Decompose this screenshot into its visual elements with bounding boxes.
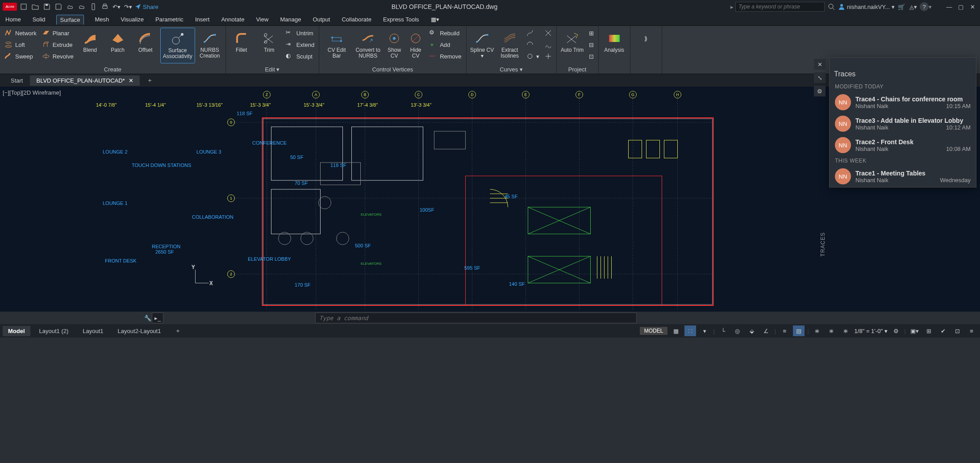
quickprops-icon[interactable]: ✔ — [937, 325, 949, 336]
fillet-button[interactable]: Fillet — [229, 28, 254, 63]
menu-express[interactable]: Express Tools — [382, 14, 420, 25]
panel-curves-label[interactable]: Curves ▾ — [469, 65, 554, 74]
tab-close-icon[interactable]: ✕ — [129, 77, 133, 84]
spline-cv-button[interactable]: Spline CV ▾ — [469, 28, 495, 63]
layout-2[interactable]: Layout1 — [77, 326, 108, 336]
autodesk-icon[interactable]: ◬▾ — [908, 2, 918, 12]
save-icon[interactable] — [42, 2, 52, 12]
close-icon[interactable]: ✕ — [967, 2, 977, 12]
menu-visualize[interactable]: Visualize — [120, 14, 145, 25]
extrude-button[interactable]: Extrude — [40, 39, 75, 50]
show-cv-button[interactable]: Show CV — [384, 28, 404, 63]
loft-button[interactable]: Loft — [3, 39, 38, 50]
lineweight-icon[interactable]: ≡ — [779, 325, 790, 336]
layout-add-icon[interactable]: ＋ — [170, 325, 186, 337]
trace-item[interactable]: NN Trace2 - Front Desk Nishant Naik 10:0… — [830, 134, 976, 156]
network-button[interactable]: Network — [3, 28, 38, 38]
menu-annotate[interactable]: Annotate — [220, 14, 245, 25]
grid-icon[interactable]: ▦ — [670, 325, 682, 336]
isolate-icon[interactable]: ⊡ — [951, 325, 963, 336]
isodraft-icon[interactable]: ⬙ — [746, 325, 758, 336]
trace-item[interactable]: NN Trace3 - Add table in Elevator Lobby … — [830, 113, 976, 134]
units-icon[interactable]: ⊞ — [923, 325, 934, 336]
featured-apps-icon[interactable]: ▦▾ — [430, 14, 440, 25]
proj-t3-icon[interactable]: ⊡ — [587, 51, 596, 62]
panel-edit-label[interactable]: Edit ▾ — [229, 65, 316, 74]
cmd-prompt-icon[interactable]: ▸_ — [152, 313, 163, 323]
layout-model[interactable]: Model — [3, 326, 30, 336]
maximize-icon[interactable]: ▢ — [956, 2, 966, 12]
command-input[interactable] — [315, 313, 637, 323]
menu-collaborate[interactable]: Collaborate — [341, 14, 372, 25]
panel-close-icon[interactable]: ✕ — [814, 59, 826, 70]
annoauto-icon[interactable]: ⛯ — [840, 325, 852, 336]
cv-editbar-button[interactable]: CV Edit Bar — [322, 28, 351, 63]
curve-t5-icon[interactable] — [543, 39, 554, 50]
space-toggle[interactable]: MODEL — [640, 327, 668, 335]
add-cv-button[interactable]: ＋Add — [427, 39, 463, 50]
panel-settings-icon[interactable]: ⚙ — [814, 86, 826, 96]
snap-icon[interactable]: ⸬ — [684, 325, 696, 336]
rebuild-button[interactable]: ⚙Rebuild — [427, 28, 463, 38]
redo-icon[interactable]: ↷▾ — [123, 2, 133, 12]
tab-document[interactable]: BLVD OFFICE_PLAN-AUTOCAD*✕ — [30, 75, 139, 86]
ws-switch-icon[interactable]: ▣▾ — [909, 325, 920, 336]
mobile-icon[interactable] — [88, 2, 98, 12]
menu-view[interactable]: View — [255, 14, 269, 25]
layout-1[interactable]: Layout1 (2) — [34, 326, 74, 336]
trim-button[interactable]: Trim — [256, 28, 282, 63]
scale-readout[interactable]: 1/8" = 1'-0" ▾ — [855, 328, 888, 334]
menu-home[interactable]: Home — [4, 14, 22, 25]
extend-button[interactable]: ⇥Extend — [284, 39, 316, 50]
analysis-button[interactable]: Analysis — [601, 28, 627, 63]
annovisibility-icon[interactable]: ⛯ — [826, 325, 838, 336]
minimize-icon[interactable]: — — [944, 2, 954, 12]
polar-icon[interactable]: ◎ — [732, 325, 743, 336]
cart-icon[interactable]: 🛒 — [897, 2, 906, 12]
menu-insert[interactable]: Insert — [194, 14, 211, 25]
revolve-button[interactable]: Revolve — [40, 51, 75, 62]
saveas-icon[interactable] — [54, 2, 63, 12]
patch-button[interactable]: Patch — [105, 28, 131, 63]
trace-item[interactable]: NN Trace1 - Meeting Tables Nishant Naik … — [830, 166, 976, 187]
menu-manage[interactable]: Manage — [279, 14, 302, 25]
curve-t4-icon[interactable] — [543, 28, 554, 38]
trace-item[interactable]: NN Trace4 - Chairs for conference room N… — [830, 92, 976, 113]
untrim-button[interactable]: ✂Untrim — [284, 28, 316, 38]
layout-3[interactable]: Layout2-Layout1 — [113, 326, 167, 336]
search-input[interactable] — [735, 2, 825, 12]
proj-t1-icon[interactable]: ⊞ — [587, 28, 596, 38]
menu-surface[interactable]: Surface — [56, 15, 84, 25]
tab-start[interactable]: Start — [4, 75, 29, 86]
cloud-save-icon[interactable] — [77, 2, 87, 12]
open-icon[interactable] — [30, 2, 40, 12]
share-button[interactable]: Share — [135, 4, 158, 10]
osnap-icon[interactable]: ∠ — [760, 325, 772, 336]
menu-parametric[interactable]: Parametric — [154, 14, 184, 25]
menu-mesh[interactable]: Mesh — [94, 14, 110, 25]
curve-t2-icon[interactable] — [525, 39, 541, 50]
overflow-icon[interactable]: ⟫ — [633, 28, 659, 63]
user-menu[interactable]: nishant.naikVY...▾ — [838, 3, 895, 10]
tab-add-icon[interactable]: ＋ — [141, 75, 159, 86]
curve-t3-icon[interactable]: ▾ — [525, 51, 541, 62]
annoscale-icon[interactable]: ⛯ — [812, 325, 823, 336]
remove-cv-button[interactable]: —Remove — [427, 51, 463, 62]
hide-cv-button[interactable]: Hide CV — [406, 28, 425, 63]
curve-t1-icon[interactable] — [525, 28, 541, 38]
sweep-button[interactable]: Sweep — [3, 51, 38, 62]
curve-t6-icon[interactable] — [543, 51, 554, 62]
print-icon[interactable] — [100, 2, 110, 12]
menu-output[interactable]: Output — [312, 14, 331, 25]
auto-trim-button[interactable]: Auto Trim — [559, 28, 585, 63]
dropdown-icon[interactable]: ▾ — [699, 325, 710, 336]
sculpt-button[interactable]: ◐Sculpt — [284, 51, 316, 62]
extract-isolines-button[interactable]: Extract Isolines — [497, 28, 523, 63]
planar-button[interactable]: Planar — [40, 28, 75, 38]
transparency-icon[interactable]: ▨ — [793, 325, 805, 336]
undo-icon[interactable]: ↶▾ — [112, 2, 121, 12]
nurbs-creation-button[interactable]: NURBS Creation — [197, 28, 223, 63]
search-icon[interactable] — [826, 2, 836, 12]
ortho-icon[interactable]: └ — [717, 325, 729, 336]
customui-icon[interactable]: ≡ — [966, 325, 977, 336]
